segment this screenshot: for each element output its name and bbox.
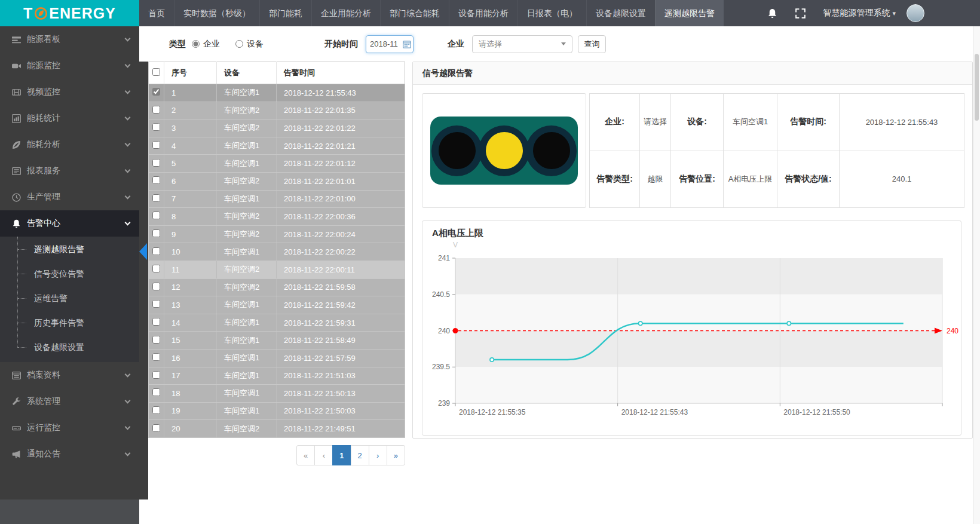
sidebar-item-energy-monitor[interactable]: 能源监控 [0,53,139,79]
query-button[interactable]: 查询 [578,35,606,53]
row-checkbox[interactable] [152,212,160,219]
row-checkbox[interactable] [152,247,160,255]
row-checkbox[interactable] [152,353,160,361]
pagination-first-button[interactable]: « [296,445,315,465]
row-checkbox[interactable] [152,318,160,326]
voltage-line-chart[interactable]: 241240.5240239.52392018-12-12 21:55:3520… [422,221,962,435]
table-row[interactable]: 15车间空调12018-11-22 21:58:49 [149,332,405,350]
type-radio[interactable] [235,40,243,48]
table-row[interactable]: 3车间空调22018-11-22 22:01:22 [149,119,405,137]
table-row[interactable]: 8车间空调22018-11-22 22:00:36 [149,208,405,226]
pagination-page-2[interactable]: 2 [351,445,369,465]
row-checkbox[interactable] [152,424,160,432]
user-avatar[interactable] [906,4,924,22]
row-checkbox[interactable] [152,141,160,149]
start-time-input[interactable] [370,39,400,48]
table-row[interactable]: 4车间空调12018-11-22 22:01:21 [149,137,405,155]
pagination-prev-button[interactable]: ‹ [314,445,333,465]
topnav-realtime-data[interactable]: 实时数据（秒级） [174,0,259,26]
system-menu[interactable]: 智慧能源管理系统 ▾ [823,8,896,19]
bell-icon[interactable] [767,8,777,19]
row-time: 2018-11-22 22:01:22 [277,119,405,137]
row-time: 2018-11-22 22:01:12 [277,155,405,173]
row-checkbox[interactable] [152,88,160,96]
table-row[interactable]: 10车间空调12018-11-22 22:00:22 [149,243,405,261]
radio-option-device[interactable]: 设备 [235,39,264,50]
table-row[interactable]: 20车间空调22018-11-22 21:49:51 [149,420,405,438]
fullscreen-icon[interactable] [795,8,806,19]
table-row[interactable]: 6车间空调22018-11-22 22:01:01 [149,172,405,190]
table-row[interactable]: 11车间空调22018-11-22 22:00:11 [149,261,405,278]
topnav-telemetry-alarm[interactable]: 遥测越限告警 [655,0,724,26]
table-row[interactable]: 13车间空调12018-11-22 21:59:42 [149,296,405,314]
topnav-daily-report[interactable]: 日报表（电） [517,0,586,26]
table-row[interactable]: 16车间空调12018-11-22 21:57:59 [149,349,405,367]
row-time: 2018-11-22 22:01:01 [277,172,405,190]
sidebar-item-alarm-center[interactable]: 告警中心 [0,210,139,237]
row-checkbox[interactable] [152,388,160,396]
row-checkbox[interactable] [152,371,160,379]
table-row[interactable]: 9车间空调22018-11-22 22:00:24 [149,225,405,243]
table-row[interactable]: 1车间空调12018-12-12 21:55:43 [149,84,405,102]
row-checkbox[interactable] [152,123,160,131]
radio-option-enterprise[interactable]: 企业 [192,39,220,50]
row-device: 车间空调2 [217,102,277,119]
row-checkbox[interactable] [152,159,160,167]
sidebar-item-operation-monitor[interactable]: 运行监控 [0,415,139,441]
vertical-scrollbar[interactable] [973,26,980,524]
topnav-device-limit-setting[interactable]: 设备越限设置 [586,0,655,26]
row-device: 车间空调1 [217,402,277,420]
row-checkbox[interactable] [152,336,160,344]
row-checkbox[interactable] [152,229,160,237]
sidebar-item-notices[interactable]: 通知公告 [0,441,139,467]
pagination-page-1[interactable]: 1 [332,445,351,465]
row-seq: 4 [164,137,217,155]
topnav-dept-comprehensive[interactable]: 部门综合能耗 [380,0,449,26]
scrollbar-thumb[interactable] [975,54,979,121]
sidebar-subitem-telemetry-limit-alarm[interactable]: 遥测越限告警 [0,237,139,262]
table-row[interactable]: 18车间空调12018-11-22 21:50:13 [149,385,405,403]
row-checkbox[interactable] [152,300,160,308]
pagination-next-button[interactable]: › [369,445,387,465]
topnav-device-analysis[interactable]: 设备用能分析 [449,0,517,26]
table-row[interactable]: 14车间空调12018-11-22 21:59:31 [149,314,405,332]
sidebar-subitem-history-event-alarm[interactable]: 历史事件告警 [0,311,139,335]
sidebar-item-archives[interactable]: 档案资料 [0,362,139,388]
bar-chart-icon [12,114,21,123]
sidebar-item-energy-statistics[interactable]: 能耗统计 [0,105,139,131]
row-checkbox[interactable] [152,194,160,202]
row-time: 2018-11-22 22:01:35 [277,102,405,119]
table-row[interactable]: 2车间空调22018-11-22 22:01:35 [149,102,405,119]
table-row[interactable]: 5车间空调12018-11-22 22:01:12 [149,155,405,173]
table-row[interactable]: 19车间空调12018-11-22 21:50:03 [149,402,405,420]
table-row[interactable]: 17车间空调12018-11-22 21:51:03 [149,367,405,385]
info-value-alarm-type: 越限 [640,151,671,209]
type-radio[interactable] [192,40,200,48]
sidebar-item-energy-dashboard[interactable]: 能源看板 [0,26,139,53]
row-seq: 12 [164,278,217,296]
pagination-last-button[interactable]: » [387,445,405,465]
sidebar-item-video-monitor[interactable]: 视频监控 [0,79,139,105]
topnav-home[interactable]: 首页 [139,0,174,26]
start-time-picker[interactable] [366,35,414,53]
sidebar-subitem-device-limit-setting[interactable]: 设备越限设置 [0,335,139,360]
enterprise-select[interactable]: 请选择 [472,35,572,53]
topnav-dept-energy[interactable]: 部门能耗 [259,0,311,26]
sidebar-item-energy-analysis[interactable]: 能耗分析 [0,131,139,158]
table-row[interactable]: 12车间空调22018-11-22 21:59:58 [149,278,405,296]
table-row[interactable]: 7车间空调12018-11-22 22:01:00 [149,190,405,208]
topnav-enterprise-analysis[interactable]: 企业用能分析 [311,0,380,26]
sidebar-item-production-mgmt[interactable]: 生产管理 [0,184,139,210]
calendar-icon[interactable] [403,40,411,48]
row-checkbox[interactable] [152,265,160,272]
row-checkbox[interactable] [152,106,160,114]
row-checkbox[interactable] [152,406,160,414]
row-device: 车间空调1 [217,155,277,173]
select-all-checkbox[interactable] [152,68,160,76]
row-checkbox[interactable] [152,176,160,184]
sidebar-subitem-ops-alarm[interactable]: 运维告警 [0,286,139,311]
sidebar-subitem-signal-change-alarm[interactable]: 信号变位告警 [0,262,139,286]
row-checkbox[interactable] [152,283,160,290]
sidebar-item-system-mgmt[interactable]: 系统管理 [0,388,139,415]
sidebar-item-report-service[interactable]: 报表服务 [0,158,139,184]
